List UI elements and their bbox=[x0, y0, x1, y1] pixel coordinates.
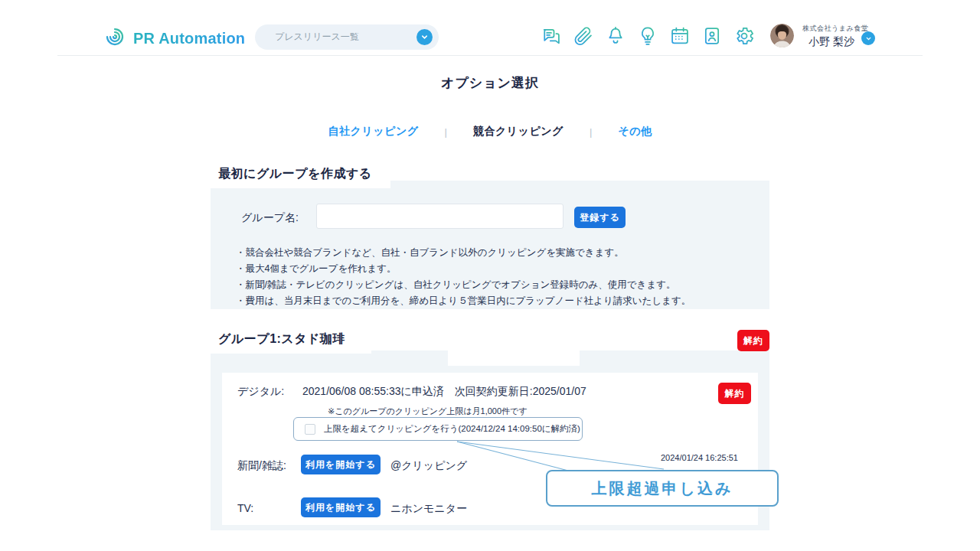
page-title: オプション選択 bbox=[0, 74, 980, 92]
digital-limit-note: ※このグループのクリッピング上限は月1,000件です bbox=[328, 406, 528, 417]
settings-gear-icon[interactable] bbox=[733, 25, 755, 47]
header-icon-row bbox=[541, 25, 755, 47]
create-group-heading: 最初にグループを作成する bbox=[211, 162, 390, 188]
limit-exceed-callout: 上限超過申し込み bbox=[546, 470, 779, 507]
user-menu-chevron-icon[interactable] bbox=[861, 31, 875, 45]
callout-text: 上限超過申し込み bbox=[592, 478, 733, 499]
lightbulb-icon[interactable] bbox=[637, 25, 658, 47]
digital-status: 2021/06/08 08:55:33に申込済 次回契約更新日:2025/01/… bbox=[302, 385, 586, 399]
group-name-label: グループ名: bbox=[241, 211, 299, 225]
logo-text: PR Automation bbox=[133, 30, 245, 47]
register-button[interactable]: 登録する bbox=[574, 207, 626, 228]
tab-separator: | bbox=[590, 126, 592, 138]
option-tabs: 自社クリッピング | 競合クリッピング | その他 bbox=[0, 125, 980, 139]
tab-competitor-clipping[interactable]: 競合クリッピング bbox=[473, 125, 564, 139]
note-line: ・競合会社や競合ブランドなど、自社・自ブランド以外のクリッピングを実施できます。 bbox=[236, 245, 691, 261]
note-line: ・新聞/雑誌・テレビのクリッピングは、自社クリッピングでオプション登録時のみ、使… bbox=[236, 277, 691, 293]
newspaper-start-button[interactable]: 利用を開始する bbox=[301, 455, 381, 474]
newspaper-vendor: @クリッピング bbox=[390, 459, 467, 473]
tv-vendor: ニホンモニター bbox=[390, 502, 467, 516]
app-logo[interactable]: PR Automation bbox=[103, 25, 245, 51]
calendar-icon[interactable] bbox=[669, 25, 691, 47]
tab-separator: | bbox=[445, 126, 447, 138]
limit-exceed-box: 上限を超えてクリッピングを行う(2024/12/24 14:09:50に解約済) bbox=[293, 417, 583, 441]
create-group-notes: ・競合会社や競合ブランドなど、自社・自ブランド以外のクリッピングを実施できます。… bbox=[236, 245, 691, 309]
group1-cancel-button[interactable]: 解約 bbox=[737, 330, 769, 351]
tv-start-button[interactable]: 利用を開始する bbox=[301, 497, 381, 517]
bell-icon[interactable] bbox=[605, 25, 626, 47]
newspaper-label: 新聞/雑誌: bbox=[237, 459, 286, 473]
user-avatar[interactable] bbox=[770, 24, 794, 47]
digital-cancel-button[interactable]: 解約 bbox=[718, 383, 751, 404]
chevron-down-icon bbox=[416, 29, 433, 45]
app-header: PR Automation プレスリリース一覧 bbox=[0, 0, 980, 55]
user-company: 株式会社うまみ食堂 bbox=[802, 24, 887, 34]
press-release-dropdown[interactable]: プレスリリース一覧 bbox=[255, 24, 439, 50]
white-patch bbox=[448, 350, 580, 366]
tv-label: TV: bbox=[237, 502, 253, 514]
group1-heading: グループ1:スタド珈琲 bbox=[211, 328, 371, 354]
press-release-dropdown-label: プレスリリース一覧 bbox=[255, 31, 416, 44]
tab-own-clipping[interactable]: 自社クリッピング bbox=[328, 125, 419, 139]
limit-exceed-checkbox[interactable] bbox=[305, 424, 315, 435]
digital-label: デジタル: bbox=[237, 385, 284, 399]
annotation-timestamp: 2024/01/24 16:25:51 bbox=[661, 453, 738, 462]
tab-other[interactable]: その他 bbox=[618, 125, 652, 139]
header-divider bbox=[57, 55, 923, 56]
group-name-input[interactable] bbox=[316, 204, 564, 229]
limit-exceed-label: 上限を超えてクリッピングを行う(2024/12/24 14:09:50に解約済) bbox=[324, 423, 580, 435]
id-card-icon[interactable] bbox=[701, 25, 723, 47]
paperclip-icon[interactable] bbox=[573, 25, 594, 47]
logo-spiral-icon bbox=[103, 25, 126, 51]
note-line: ・最大4個までグループを作れます。 bbox=[236, 261, 691, 277]
comments-icon[interactable] bbox=[541, 25, 562, 47]
note-line: ・費用は、当月末日までのご利用分を、締め日より５営業日内にプラップノード社より請… bbox=[236, 293, 691, 309]
